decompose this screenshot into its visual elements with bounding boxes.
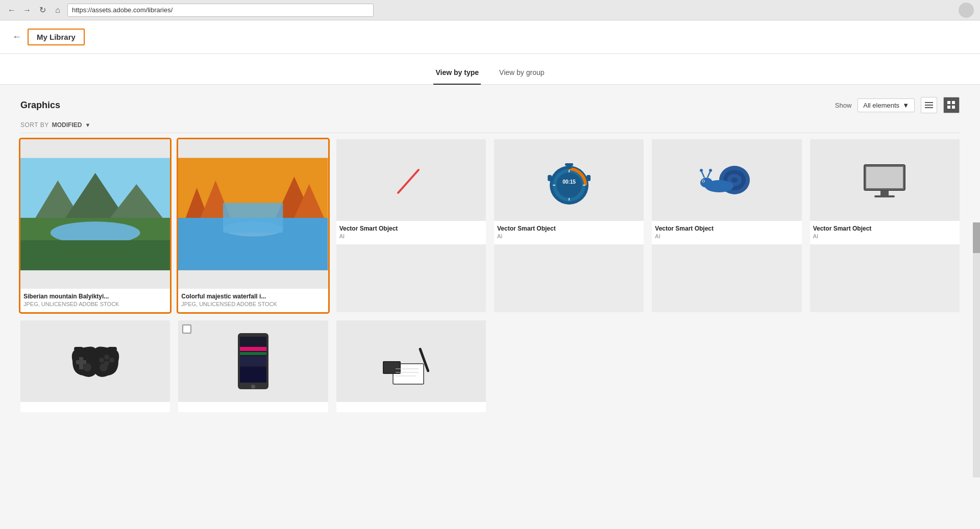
svg-rect-73 xyxy=(384,362,400,373)
item-name: Vector Smart Object xyxy=(497,225,641,232)
svg-rect-67 xyxy=(240,356,266,366)
svg-point-56 xyxy=(99,358,104,363)
item-image xyxy=(20,139,170,289)
svg-rect-61 xyxy=(108,347,117,351)
list-view-button[interactable] xyxy=(921,97,937,113)
item-name: Vector Smart Object xyxy=(339,225,483,232)
svg-rect-2 xyxy=(925,107,933,108)
item-info: Vector Smart Object AI xyxy=(810,221,960,244)
item-thumbnail xyxy=(178,320,328,402)
item-image xyxy=(390,160,431,200)
grid-item[interactable]: Siberian mountain Balyiktyi... JPEG, UNL… xyxy=(20,139,170,312)
grid-item[interactable]: 00:15 Vector Smart xyxy=(494,139,644,312)
item-meta: AI xyxy=(339,233,483,239)
svg-rect-30 xyxy=(548,175,552,181)
item-thumbnail xyxy=(336,320,486,402)
svg-rect-60 xyxy=(74,347,83,351)
item-meta: AI xyxy=(655,233,798,239)
item-info: Vector Smart Object AI xyxy=(336,221,486,244)
items-grid-row1: Siberian mountain Balyiktyi... JPEG, UNL… xyxy=(20,139,960,312)
user-avatar xyxy=(959,3,974,18)
svg-rect-68 xyxy=(240,367,266,383)
section-header: Graphics Show All elements ▼ xyxy=(20,97,960,113)
svg-line-43 xyxy=(707,171,710,178)
home-button[interactable]: ⌂ xyxy=(52,5,63,16)
svg-point-54 xyxy=(104,355,109,360)
svg-point-39 xyxy=(731,178,738,183)
item-meta: AI xyxy=(813,233,957,239)
tabs-bar: View by type View by group xyxy=(0,54,980,85)
content-area: Graphics Show All elements ▼ xyxy=(0,85,980,529)
svg-rect-0 xyxy=(925,102,933,103)
svg-point-45 xyxy=(709,169,712,172)
item-info: Siberian mountain Balyiktyi... JPEG, UNL… xyxy=(20,289,170,312)
items-grid-row2 xyxy=(20,320,960,412)
grid-view-button[interactable] xyxy=(943,97,960,113)
grid-icon xyxy=(947,101,955,109)
svg-point-59 xyxy=(100,363,108,371)
svg-point-55 xyxy=(109,358,114,363)
item-image xyxy=(235,331,271,392)
item-thumbnail xyxy=(20,320,170,402)
item-thumbnail xyxy=(178,139,328,289)
browser-chrome: ← → ↻ ⌂ xyxy=(0,0,980,20)
svg-rect-29 xyxy=(565,163,573,166)
item-image xyxy=(696,160,757,200)
address-bar[interactable] xyxy=(67,4,374,17)
item-image: 00:15 xyxy=(544,152,595,208)
grid-item[interactable]: Vector Smart Object AI xyxy=(336,139,486,312)
svg-point-47 xyxy=(702,181,704,182)
grid-item[interactable] xyxy=(20,320,170,412)
svg-point-69 xyxy=(251,385,255,389)
item-thumbnail xyxy=(336,139,486,221)
app-header: ← My Library xyxy=(0,20,980,54)
svg-rect-51 xyxy=(874,195,895,197)
svg-point-41 xyxy=(700,178,713,188)
svg-point-58 xyxy=(83,363,91,371)
item-name: Vector Smart Object xyxy=(655,225,798,232)
svg-rect-49 xyxy=(866,167,903,188)
item-info: Vector Smart Object AI xyxy=(652,221,801,244)
svg-rect-5 xyxy=(947,106,950,109)
item-image xyxy=(178,139,328,289)
item-meta: JPEG, UNLICENSED ADOBE STOCK xyxy=(181,301,325,307)
item-thumbnail: 00:15 xyxy=(494,139,644,221)
item-image xyxy=(378,333,444,389)
grid-item[interactable]: Colorful majestic waterfall i... JPEG, U… xyxy=(178,139,328,312)
sort-value[interactable]: MODIFIED xyxy=(52,121,82,129)
svg-rect-13 xyxy=(20,240,170,270)
tab-view-by-type[interactable]: View by type xyxy=(433,64,481,85)
svg-rect-31 xyxy=(586,175,591,181)
svg-rect-65 xyxy=(240,347,266,351)
item-info: Vector Smart Object AI xyxy=(494,221,644,244)
svg-text:00:15: 00:15 xyxy=(562,179,576,185)
item-checkbox[interactable] xyxy=(182,324,191,334)
item-thumbnail xyxy=(20,139,170,289)
library-back-arrow[interactable]: ← xyxy=(12,32,21,42)
grid-item[interactable] xyxy=(178,320,328,412)
item-info xyxy=(336,402,486,412)
svg-rect-6 xyxy=(952,106,955,109)
my-library-button[interactable]: My Library xyxy=(28,29,85,45)
svg-rect-53 xyxy=(76,360,86,364)
grid-item[interactable] xyxy=(336,320,486,412)
refresh-button[interactable]: ↻ xyxy=(37,5,48,16)
svg-rect-4 xyxy=(952,101,955,104)
scrollbar-track[interactable] xyxy=(973,222,980,477)
show-dropdown[interactable]: All elements ▼ xyxy=(857,98,915,112)
sort-row: SORT BY MODIFIED ▼ xyxy=(20,121,960,133)
item-thumbnail xyxy=(810,139,960,221)
item-image xyxy=(65,341,126,382)
grid-item[interactable]: Vector Smart Object AI xyxy=(810,139,960,312)
back-button[interactable]: ← xyxy=(6,5,17,16)
sort-chevron-icon[interactable]: ▼ xyxy=(85,122,90,128)
item-info: Colorful majestic waterfall i... JPEG, U… xyxy=(178,289,328,312)
item-thumbnail xyxy=(652,139,801,221)
tab-view-by-group[interactable]: View by group xyxy=(497,64,546,85)
svg-line-23 xyxy=(398,170,419,193)
item-image xyxy=(859,160,910,200)
dropdown-chevron-icon: ▼ xyxy=(902,102,909,109)
forward-button[interactable]: → xyxy=(21,5,33,16)
scrollbar-thumb[interactable] xyxy=(973,222,980,253)
grid-item[interactable]: Vector Smart Object AI xyxy=(652,139,801,312)
